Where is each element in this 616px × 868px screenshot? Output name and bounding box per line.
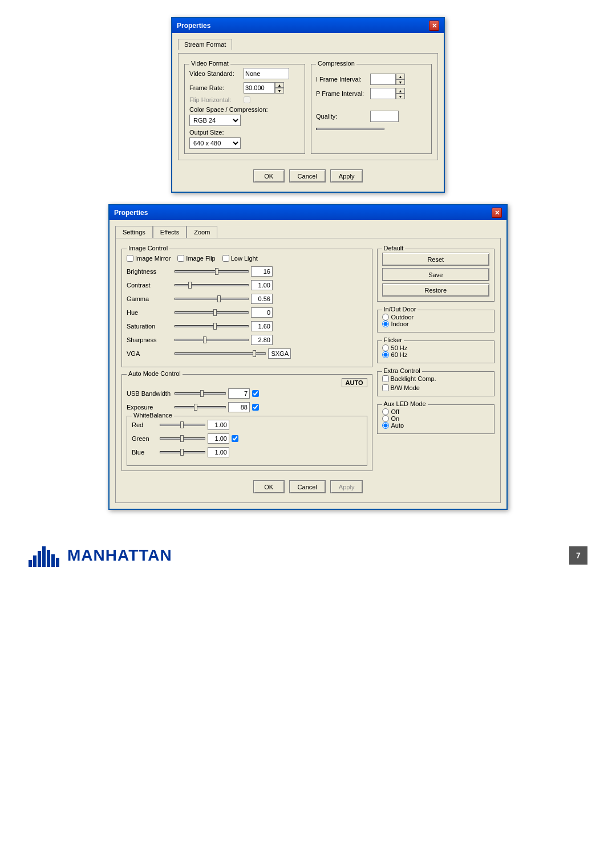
sharpness-slider[interactable] (175, 339, 249, 341)
sliders-container: Brightness 16 Contrast (127, 266, 367, 359)
bw-mode-label: B/W Mode (391, 384, 420, 391)
quality-section: Quality: (316, 111, 427, 132)
svg-rect-6 (56, 558, 59, 567)
tab-zoom[interactable]: Zoom (187, 226, 217, 238)
dialog1-title: Properties (177, 22, 210, 30)
dialog1-ok-button[interactable]: OK (253, 169, 285, 182)
save-button[interactable]: Save (382, 268, 489, 281)
red-slider[interactable] (160, 424, 205, 426)
gamma-slider[interactable] (175, 298, 249, 300)
green-checkbox[interactable] (232, 435, 238, 442)
tab-content-1: Video Format Video Standard: Frame Rate:… (178, 53, 438, 160)
low-light-checkbox[interactable] (222, 255, 229, 262)
hue-label: Hue (127, 309, 172, 316)
outdoor-radio[interactable] (382, 314, 389, 321)
green-slider[interactable] (160, 437, 205, 440)
saturation-label: Saturation (127, 323, 172, 330)
backlight-checkbox[interactable] (382, 375, 389, 382)
dialog1-cancel-button[interactable]: Cancel (289, 169, 326, 182)
dialog2-apply-button[interactable]: Apply (330, 480, 363, 493)
dialog1-titlebar: Properties ✕ (172, 18, 444, 33)
frame-rate-down-button[interactable]: ▼ (275, 88, 284, 94)
video-standard-input[interactable] (244, 68, 289, 79)
image-control-label: Image Control (127, 245, 169, 252)
hz60-row: 60 Hz (382, 351, 489, 358)
hz50-row: 50 Hz (382, 344, 489, 351)
quality-slider[interactable] (316, 128, 384, 130)
dialog2-cancel-button[interactable]: Cancel (289, 480, 326, 493)
pframe-label: P Frame Interval: (316, 90, 367, 97)
vga-row: VGA SXGA (127, 348, 367, 359)
inout-door-label: In/Out Door (382, 306, 418, 313)
pframe-down-button[interactable]: ▼ (396, 94, 405, 99)
bw-mode-checkbox[interactable] (382, 384, 389, 391)
reset-button[interactable]: Reset (382, 253, 489, 266)
frame-rate-input[interactable] (244, 82, 275, 94)
iframe-up-button[interactable]: ▲ (396, 74, 405, 79)
usb-bandwidth-checkbox[interactable] (252, 390, 259, 397)
image-control-checkboxes: Image Mirror Image Flip Low Light (127, 255, 367, 262)
exposure-thumb (194, 404, 197, 411)
hz50-radio[interactable] (382, 344, 389, 351)
frame-rate-spinner-buttons: ▲ ▼ (275, 82, 284, 94)
led-auto-radio[interactable] (382, 422, 389, 429)
quality-input[interactable] (370, 111, 399, 122)
image-control-group: Image Control Image Mirror Image Flip (121, 249, 372, 367)
restore-button[interactable]: Restore (382, 283, 489, 297)
gamma-value: 0.56 (251, 294, 273, 304)
blue-slider[interactable] (160, 451, 205, 453)
image-flip-checkbox[interactable] (177, 255, 184, 262)
red-value: 1.00 (208, 420, 229, 430)
led-on-label: On (391, 415, 400, 422)
iframe-down-button[interactable]: ▼ (396, 79, 405, 85)
hue-slider[interactable] (175, 311, 249, 314)
svg-rect-2 (38, 551, 41, 567)
vga-slider[interactable] (175, 352, 266, 355)
dialog2-ok-button[interactable]: OK (253, 480, 285, 493)
iframe-input[interactable] (370, 74, 396, 85)
output-size-select[interactable]: 640 x 480 (189, 137, 241, 149)
image-mirror-checkbox[interactable] (127, 255, 133, 262)
low-light-label: Low Light (231, 255, 258, 262)
brightness-label: Brightness (127, 268, 172, 275)
indoor-radio[interactable] (382, 321, 389, 327)
iframe-spinner: ▲ ▼ (370, 74, 405, 85)
tab-settings[interactable]: Settings (115, 226, 153, 238)
usb-bandwidth-row: USB Bandwidth 7 (127, 388, 367, 399)
saturation-slider[interactable] (175, 325, 249, 327)
tab-stream-format[interactable]: Stream Format (178, 39, 232, 50)
tab-effects[interactable]: Effects (153, 226, 187, 238)
iframe-row: I Frame Interval: ▲ ▼ (316, 74, 427, 85)
iframe-spinner-buttons: ▲ ▼ (396, 74, 405, 85)
contrast-slider[interactable] (175, 284, 249, 286)
exposure-slider[interactable] (175, 406, 226, 408)
pframe-input[interactable] (370, 88, 396, 99)
vga-thumb (253, 350, 256, 357)
dialog2-buttons: OK Cancel Apply (121, 477, 495, 497)
default-label: Default (382, 245, 406, 252)
frame-rate-up-button[interactable]: ▲ (275, 82, 284, 88)
exposure-row: Exposure 88 (127, 402, 367, 412)
color-space-select[interactable]: RGB 24 (189, 115, 241, 126)
led-on-radio[interactable] (382, 415, 389, 422)
led-auto-row: Auto (382, 422, 489, 429)
backlight-comp-label: Backlight Comp. (391, 375, 436, 382)
dialog1-close-button[interactable]: ✕ (429, 21, 439, 31)
svg-rect-1 (33, 555, 37, 567)
usb-bandwidth-slider[interactable] (175, 392, 226, 395)
flip-horizontal-checkbox[interactable] (244, 96, 250, 103)
dialog2-close-button[interactable]: ✕ (492, 208, 502, 218)
blue-row: Blue 1.00 (132, 447, 362, 457)
image-mirror-wrap: Image Mirror (127, 255, 171, 262)
compression-group: Compression I Frame Interval: ▲ ▼ (311, 64, 432, 154)
pframe-up-button[interactable]: ▲ (396, 88, 405, 94)
dialog1-apply-button[interactable]: Apply (330, 169, 363, 182)
flip-horizontal-label: Flip Horizontal: (189, 96, 241, 103)
dialog2-title: Properties (114, 209, 148, 217)
hz60-radio[interactable] (382, 351, 389, 358)
exposure-checkbox[interactable] (252, 404, 259, 411)
sharpness-row: Sharpness 2.80 (127, 335, 367, 345)
brightness-slider[interactable] (175, 270, 249, 273)
led-off-radio[interactable] (382, 408, 389, 415)
bw-mode-wrap: B/W Mode (382, 384, 489, 391)
